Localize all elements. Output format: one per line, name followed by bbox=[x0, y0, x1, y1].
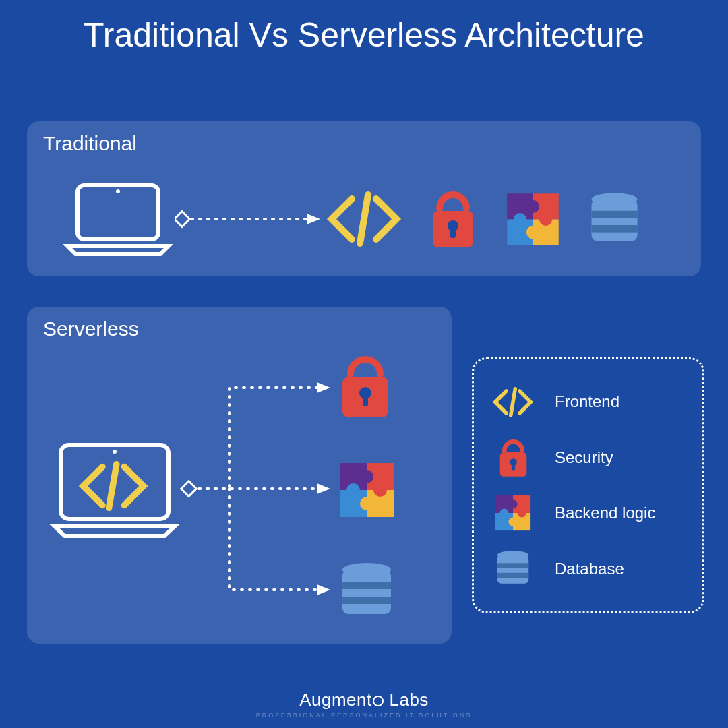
traditional-panel: Traditional bbox=[27, 121, 701, 276]
svg-rect-47 bbox=[511, 463, 514, 471]
svg-marker-28 bbox=[317, 584, 330, 595]
svg-point-52 bbox=[508, 500, 517, 509]
lock-icon bbox=[486, 435, 540, 480]
svg-rect-59 bbox=[497, 573, 528, 578]
arrow-icon bbox=[175, 206, 324, 233]
svg-rect-24 bbox=[181, 481, 197, 497]
legend-label: Frontend bbox=[555, 392, 619, 411]
legend-label: Security bbox=[555, 448, 613, 467]
legend-item-backend: Backend logic bbox=[486, 489, 690, 537]
svg-rect-58 bbox=[497, 563, 528, 568]
database-icon bbox=[586, 191, 643, 248]
svg-rect-19 bbox=[592, 210, 638, 218]
lock-icon bbox=[426, 185, 480, 253]
brand-name: Augment Labs bbox=[0, 690, 728, 710]
svg-rect-2 bbox=[175, 212, 189, 227]
code-icon bbox=[324, 185, 404, 253]
svg-rect-43 bbox=[342, 597, 391, 604]
traditional-label: Traditional bbox=[27, 121, 701, 155]
database-icon bbox=[486, 549, 540, 588]
legend-panel: Frontend Security Backen bbox=[472, 357, 704, 613]
serverless-diagram bbox=[27, 307, 452, 644]
svg-rect-8 bbox=[450, 227, 456, 238]
svg-point-13 bbox=[526, 200, 539, 212]
legend-item-database: Database bbox=[486, 545, 690, 593]
svg-point-57 bbox=[497, 551, 528, 559]
svg-marker-4 bbox=[307, 214, 320, 224]
svg-point-18 bbox=[592, 193, 638, 206]
svg-point-54 bbox=[508, 518, 517, 526]
svg-point-1 bbox=[116, 189, 120, 193]
svg-rect-20 bbox=[592, 225, 638, 233]
svg-point-55 bbox=[499, 509, 508, 518]
svg-point-38 bbox=[360, 497, 373, 510]
svg-line-23 bbox=[109, 464, 117, 508]
svg-point-41 bbox=[342, 563, 391, 576]
code-icon bbox=[486, 384, 540, 421]
legend-label: Backend logic bbox=[555, 504, 655, 522]
svg-point-22 bbox=[113, 450, 117, 454]
serverless-panel: Serverless bbox=[27, 307, 452, 644]
svg-point-14 bbox=[539, 212, 552, 225]
puzzle-icon bbox=[504, 191, 562, 248]
svg-point-36 bbox=[360, 470, 373, 483]
svg-point-16 bbox=[514, 212, 526, 225]
laptop-icon bbox=[61, 179, 175, 260]
puzzle-icon bbox=[486, 493, 540, 533]
svg-point-15 bbox=[526, 226, 539, 239]
svg-line-44 bbox=[511, 388, 516, 415]
svg-rect-31 bbox=[363, 394, 368, 406]
svg-point-53 bbox=[518, 509, 526, 518]
svg-rect-42 bbox=[342, 582, 391, 589]
page-title: Traditional Vs Serverless Architecture bbox=[0, 0, 728, 64]
legend-item-security: Security bbox=[486, 434, 690, 481]
svg-marker-25 bbox=[317, 382, 330, 393]
svg-point-39 bbox=[346, 483, 360, 497]
brand-tagline: PROFESSIONAL PERSONALIZED IT SOLUTIONS bbox=[0, 712, 728, 719]
legend-label: Database bbox=[555, 559, 624, 578]
svg-marker-27 bbox=[317, 483, 330, 494]
legend-item-frontend: Frontend bbox=[486, 378, 690, 425]
svg-point-37 bbox=[373, 483, 387, 497]
brand-footer: Augment Labs PROFESSIONAL PERSONALIZED I… bbox=[0, 690, 728, 719]
svg-line-5 bbox=[360, 195, 368, 243]
